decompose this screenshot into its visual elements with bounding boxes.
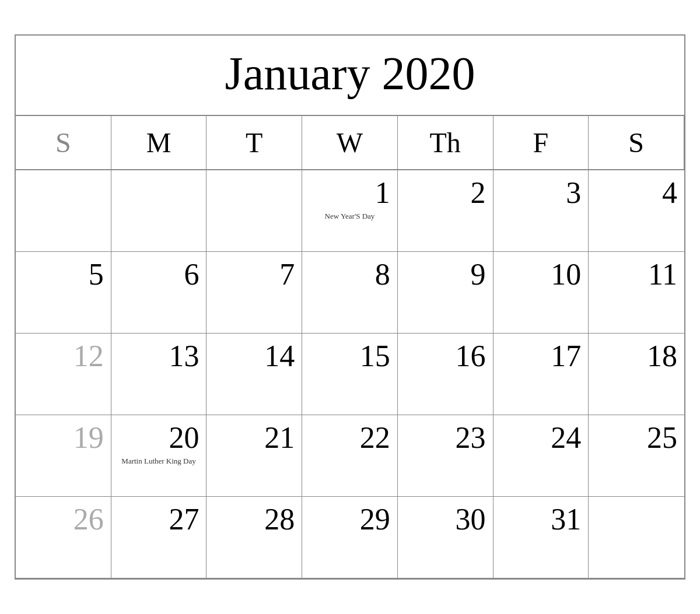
day-note: Martin Luther King Day [118, 457, 200, 466]
day-header: S [589, 116, 684, 170]
day-number: 21 [214, 421, 295, 454]
day-note: New Year'S Day [309, 212, 390, 222]
day-cell: 14 [206, 334, 302, 415]
day-number: 20 [118, 421, 200, 454]
day-cell: 28 [206, 497, 302, 578]
day-number: 11 [596, 258, 677, 291]
calendar: January 2020 SMTWThFS1New Year'S Day2345… [15, 34, 685, 580]
day-number: 26 [23, 503, 104, 536]
day-number: 4 [596, 176, 677, 209]
day-cell: 2 [398, 170, 494, 252]
day-cell: 30 [398, 497, 494, 578]
empty-cell [16, 170, 111, 252]
day-number: 9 [405, 258, 486, 291]
day-number: 10 [501, 258, 582, 291]
day-number: 7 [214, 258, 295, 291]
day-cell: 10 [494, 252, 589, 334]
day-cell: 7 [206, 252, 302, 334]
day-number: 23 [405, 421, 486, 454]
day-cell: 25 [589, 415, 684, 497]
day-cell: 1New Year'S Day [302, 170, 398, 252]
day-number: 25 [596, 421, 677, 454]
day-header: W [302, 116, 398, 170]
day-number: 5 [23, 258, 104, 291]
day-number: 18 [596, 339, 677, 373]
day-cell: 27 [111, 497, 207, 578]
day-number: 12 [23, 339, 104, 373]
day-cell: 24 [494, 415, 589, 497]
day-cell: 20Martin Luther King Day [111, 415, 207, 497]
day-number: 1 [309, 176, 390, 209]
day-number: 30 [405, 503, 486, 536]
day-cell: 17 [494, 334, 589, 415]
day-cell: 13 [111, 334, 207, 415]
day-cell: 21 [206, 415, 302, 497]
day-number: 17 [501, 339, 582, 373]
day-number: 3 [501, 176, 582, 209]
day-cell: 18 [589, 334, 684, 415]
day-header: T [206, 116, 302, 170]
day-number: 28 [214, 503, 295, 536]
day-number: 22 [309, 421, 390, 454]
day-number: 8 [309, 258, 390, 291]
day-cell: 8 [302, 252, 398, 334]
day-header: M [111, 116, 207, 170]
calendar-grid: SMTWThFS1New Year'S Day23456789101112131… [16, 116, 684, 578]
day-number: 16 [405, 339, 486, 373]
day-number: 6 [118, 258, 200, 291]
day-number: 13 [118, 339, 200, 373]
day-cell: 26 [16, 497, 111, 578]
empty-cell [111, 170, 207, 252]
day-header: F [494, 116, 589, 170]
day-cell: 5 [16, 252, 111, 334]
day-cell: 6 [111, 252, 207, 334]
day-cell: 31 [494, 497, 589, 578]
day-cell: 9 [398, 252, 494, 334]
day-cell: 11 [589, 252, 684, 334]
day-cell: 16 [398, 334, 494, 415]
day-number: 19 [23, 421, 104, 454]
day-cell: 4 [589, 170, 684, 252]
day-number: 24 [501, 421, 582, 454]
day-cell: 12 [16, 334, 111, 415]
day-header: S [16, 116, 111, 170]
day-cell: 19 [16, 415, 111, 497]
day-cell: 3 [494, 170, 589, 252]
day-cell: 29 [302, 497, 398, 578]
day-number: 27 [118, 503, 200, 536]
day-number: 29 [309, 503, 390, 536]
day-cell: 22 [302, 415, 398, 497]
day-number: 2 [405, 176, 486, 209]
day-number: 14 [214, 339, 295, 373]
empty-cell [589, 497, 684, 578]
empty-cell [206, 170, 302, 252]
day-cell: 15 [302, 334, 398, 415]
day-number: 15 [309, 339, 390, 373]
day-number: 31 [501, 503, 582, 536]
day-cell: 23 [398, 415, 494, 497]
day-header: Th [398, 116, 494, 170]
calendar-title: January 2020 [16, 36, 684, 116]
